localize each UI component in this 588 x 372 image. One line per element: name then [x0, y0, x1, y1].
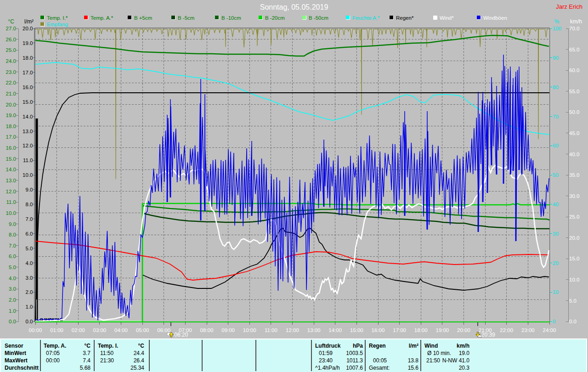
svg-text:l/m²: l/m² [24, 18, 34, 25]
svg-text:13.0: 13.0 [23, 129, 33, 134]
svg-text:20.3: 20.3 [459, 365, 470, 371]
svg-text:03:00: 03:00 [93, 327, 106, 333]
svg-text:30: 30 [553, 231, 559, 237]
svg-text:1003.5: 1003.5 [346, 350, 363, 356]
svg-text:23:00: 23:00 [521, 327, 535, 333]
svg-text:15.6: 15.6 [408, 365, 419, 371]
svg-text:2.0: 2.0 [26, 289, 33, 295]
svg-text:Wind: Wind [424, 343, 438, 349]
svg-text:Feuchte A.*: Feuchte A.* [352, 15, 380, 21]
svg-text:0.0: 0.0 [26, 319, 33, 324]
svg-text:4.0: 4.0 [9, 276, 16, 281]
svg-text:09:00: 09:00 [221, 327, 235, 333]
svg-text:Jarz Erich: Jarz Erich [556, 3, 582, 10]
svg-text:Luftdruck: Luftdruck [315, 343, 341, 349]
svg-text:Wind*: Wind* [440, 15, 454, 21]
svg-text:12.0: 12.0 [23, 143, 33, 148]
svg-text:0: 0 [553, 319, 555, 324]
svg-text:3.7: 3.7 [83, 350, 90, 356]
svg-text:4.0: 4.0 [26, 260, 33, 266]
svg-text:17:00: 17:00 [393, 327, 406, 333]
svg-text:Regen: Regen [369, 343, 386, 349]
svg-text:Ø 10 min.: Ø 10 min. [427, 350, 451, 356]
svg-text:14:00: 14:00 [328, 327, 342, 333]
svg-text:%: % [554, 18, 560, 25]
svg-text:°C: °C [138, 343, 145, 349]
svg-text:20: 20 [553, 260, 559, 266]
svg-text:13.0: 13.0 [6, 178, 16, 183]
svg-text:70: 70 [553, 114, 559, 119]
svg-text:0.0: 0.0 [9, 319, 16, 324]
svg-text:10.0: 10.0 [6, 210, 16, 216]
svg-text:Temp. I.*: Temp. I.* [47, 15, 68, 21]
svg-text:Regen*: Regen* [396, 15, 414, 21]
svg-text:3.0: 3.0 [9, 286, 16, 292]
svg-text:25.34: 25.34 [130, 365, 144, 371]
svg-text:7.0: 7.0 [26, 216, 33, 222]
svg-text:80: 80 [553, 85, 559, 90]
svg-text:06:20: 06:20 [174, 332, 188, 338]
svg-text:14.0: 14.0 [6, 167, 16, 172]
svg-text:hPa: hPa [353, 343, 363, 349]
svg-text:N-NW 41.0: N-NW 41.0 [442, 357, 470, 364]
svg-text:B -5cm: B -5cm [178, 15, 194, 21]
svg-text:50: 50 [553, 172, 559, 178]
svg-text:MinWert: MinWert [5, 350, 26, 356]
svg-text:Sensor: Sensor [5, 343, 23, 349]
svg-text:7.0: 7.0 [9, 243, 16, 248]
svg-text:1007.6: 1007.6 [346, 365, 363, 371]
svg-text:16:00: 16:00 [372, 327, 385, 333]
svg-text:20.0: 20.0 [6, 102, 16, 107]
svg-text:10:00: 10:00 [243, 327, 256, 333]
svg-text:6.0: 6.0 [26, 231, 33, 237]
svg-text:km/h: km/h [457, 343, 469, 349]
svg-text:Temp. A.: Temp. A. [44, 343, 66, 349]
svg-text:5.68: 5.68 [80, 365, 91, 371]
svg-text:^1.4hPa/h: ^1.4hPa/h [315, 365, 340, 371]
svg-text:22.0: 22.0 [6, 80, 16, 85]
svg-text:35.0: 35.0 [569, 172, 579, 178]
svg-text:18.0: 18.0 [23, 55, 33, 61]
svg-text:MaxWert: MaxWert [5, 357, 28, 364]
svg-text:00:00: 00:00 [46, 357, 60, 364]
svg-text:18:00: 18:00 [414, 327, 428, 333]
svg-text:20.0: 20.0 [23, 26, 33, 31]
svg-text:10.0: 10.0 [569, 277, 579, 282]
svg-text:45.0: 45.0 [569, 130, 579, 136]
svg-text:10.0: 10.0 [23, 172, 33, 178]
svg-text:21:30: 21:30 [100, 357, 114, 364]
svg-text:3.0: 3.0 [26, 275, 33, 281]
svg-text:11:00: 11:00 [265, 327, 277, 333]
svg-text:20:00: 20:00 [457, 327, 470, 333]
svg-text:90: 90 [553, 55, 559, 61]
svg-text:60.0: 60.0 [569, 68, 579, 73]
svg-text:9.0: 9.0 [26, 187, 33, 192]
svg-text:17.0: 17.0 [23, 70, 33, 75]
svg-text:11:50: 11:50 [100, 350, 113, 356]
svg-text:9.0: 9.0 [9, 221, 16, 227]
svg-text:01:59: 01:59 [319, 350, 333, 356]
svg-text:20.0: 20.0 [569, 235, 579, 241]
svg-text:B +5cm: B +5cm [134, 15, 152, 21]
svg-text:21:50: 21:50 [426, 357, 440, 364]
svg-text:6.0: 6.0 [9, 254, 16, 259]
svg-text:Empfang: Empfang [47, 22, 68, 27]
svg-text:°C: °C [85, 343, 91, 349]
svg-text:24.4: 24.4 [134, 350, 145, 356]
svg-text:07:05: 07:05 [46, 350, 60, 356]
svg-text:km/h: km/h [570, 18, 582, 25]
svg-text:Temp. A.*: Temp. A.* [90, 15, 113, 21]
svg-text:19.0: 19.0 [6, 113, 16, 118]
svg-text:26.4: 26.4 [134, 357, 145, 364]
svg-text:00:05: 00:05 [373, 357, 387, 364]
svg-text:23:40: 23:40 [319, 357, 333, 364]
svg-text:13:00: 13:00 [307, 327, 321, 333]
svg-text:B -50cm: B -50cm [309, 15, 328, 21]
svg-text:8.0: 8.0 [9, 232, 16, 237]
svg-text:11.0: 11.0 [6, 199, 16, 205]
svg-text:16.0: 16.0 [23, 85, 33, 90]
svg-text:19.0: 19.0 [23, 40, 33, 46]
svg-text:70.0: 70.0 [569, 26, 579, 31]
svg-text:15:00: 15:00 [350, 327, 363, 333]
svg-text:30.0: 30.0 [569, 193, 579, 199]
